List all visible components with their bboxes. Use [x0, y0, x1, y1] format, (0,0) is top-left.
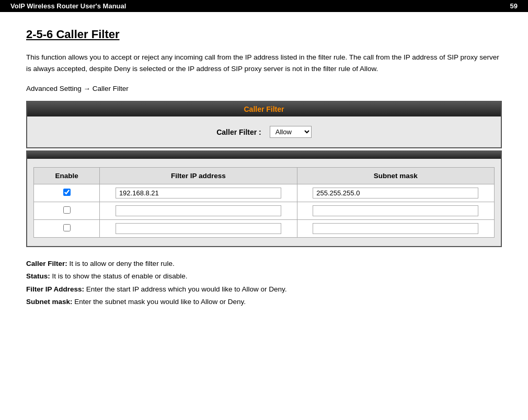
- row2-ip-cell: [100, 202, 297, 220]
- desc-subnet-mask: Subnet mask: Enter the subnet mask you w…: [26, 296, 502, 308]
- row2-mask-cell: [297, 202, 494, 220]
- row2-enable-checkbox[interactable]: [63, 206, 71, 214]
- table-box-header: [27, 151, 501, 159]
- page-number: 59: [510, 2, 518, 10]
- desc-caller-filter-label: Caller Filter:: [26, 260, 67, 267]
- body-text: This function allows you to accept or re…: [26, 52, 502, 74]
- desc-status: Status: It is to show the status of enab…: [26, 270, 502, 283]
- desc-status-text: It is to show the status of enable or di…: [52, 272, 188, 280]
- desc-status-label: Status:: [26, 272, 50, 280]
- desc-caller-filter-text: It is to allow or deny the filter rule.: [70, 260, 175, 267]
- section-title: 2-5-6 Caller Filter: [26, 28, 502, 41]
- caller-filter-select[interactable]: Allow Deny: [270, 126, 312, 138]
- page-container: VoIP Wireless Router User's Manual 59 2-…: [0, 0, 528, 420]
- caller-filter-header: Caller Filter: [27, 102, 501, 116]
- header-bar: VoIP Wireless Router User's Manual 59: [0, 0, 528, 12]
- filter-table-box: Enable Filter IP address Subnet mask: [26, 150, 502, 247]
- row3-mask-cell: [297, 220, 494, 238]
- main-content: 2-5-6 Caller Filter This function allows…: [0, 12, 528, 324]
- breadcrumb: Advanced Setting → Caller Filter: [26, 85, 502, 92]
- col-subnet-mask: Subnet mask: [297, 168, 494, 184]
- desc-subnet-mask-label: Subnet mask:: [26, 298, 73, 306]
- row3-enable-checkbox[interactable]: [63, 224, 71, 231]
- desc-filter-ip: Filter IP Address: Enter the start IP ad…: [26, 283, 502, 296]
- row1-enable-checkbox[interactable]: [63, 189, 71, 196]
- row1-enable-cell: [34, 184, 100, 202]
- table-row: [34, 202, 495, 220]
- table-box-body: Enable Filter IP address Subnet mask: [27, 159, 501, 246]
- caller-filter-widget: Caller Filter Caller Filter : Allow Deny: [26, 101, 502, 148]
- row3-ip-input[interactable]: [116, 223, 281, 234]
- desc-filter-ip-label: Filter IP Address:: [26, 285, 84, 293]
- caller-filter-body: Caller Filter : Allow Deny: [27, 116, 501, 147]
- row2-ip-input[interactable]: [116, 205, 281, 216]
- manual-title: VoIP Wireless Router User's Manual: [10, 2, 126, 10]
- row2-enable-cell: [34, 202, 100, 220]
- filter-table: Enable Filter IP address Subnet mask: [33, 167, 495, 238]
- desc-caller-filter: Caller Filter: It is to allow or deny th…: [26, 258, 502, 270]
- row1-mask-cell: [297, 184, 494, 202]
- table-header-row: Enable Filter IP address Subnet mask: [34, 168, 495, 184]
- col-enable: Enable: [34, 168, 100, 184]
- caller-filter-label: Caller Filter :: [216, 128, 261, 136]
- row1-ip-input[interactable]: [116, 188, 281, 199]
- row1-ip-cell: [100, 184, 297, 202]
- row3-mask-input[interactable]: [313, 223, 478, 234]
- table-row: [34, 184, 495, 202]
- row2-mask-input[interactable]: [313, 205, 478, 216]
- desc-filter-ip-text: Enter the start IP address which you wou…: [86, 285, 287, 293]
- desc-subnet-mask-text: Enter the subnet mask you would like to …: [74, 298, 246, 306]
- row3-ip-cell: [100, 220, 297, 238]
- col-filter-ip: Filter IP address: [100, 168, 297, 184]
- descriptions: Caller Filter: It is to allow or deny th…: [26, 258, 502, 308]
- row3-enable-cell: [34, 220, 100, 238]
- row1-mask-input[interactable]: [313, 188, 478, 199]
- table-row: [34, 220, 495, 238]
